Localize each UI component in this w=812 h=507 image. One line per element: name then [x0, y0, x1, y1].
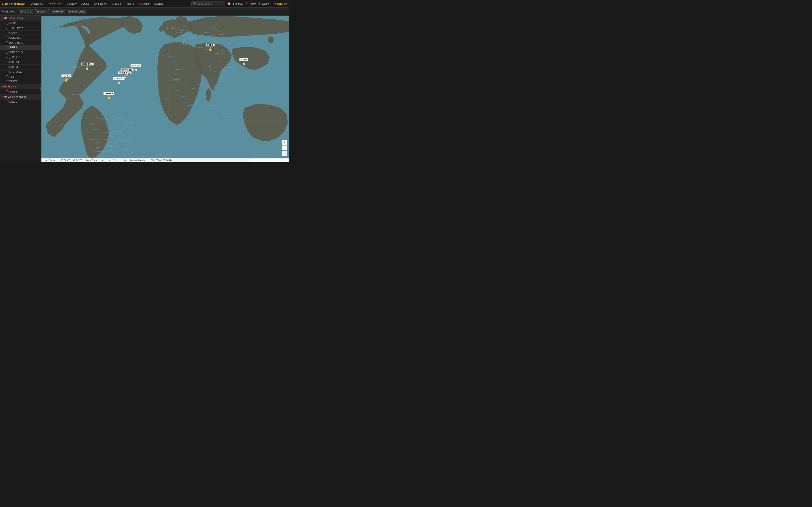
svg-text:Алжир: Алжир: [206, 60, 212, 62]
sidebar-item-site-d[interactable]: ▶ ▪ SITE D: [0, 55, 41, 60]
sidebar-item-site-colo[interactable]: ▪ SITE COLO: [0, 50, 41, 55]
svg-text:United States: United States: [69, 93, 82, 96]
sidebar-item-campus[interactable]: ▪ CAMPUS: [0, 31, 41, 36]
svg-text:Italia: Italia: [194, 41, 197, 43]
import-button[interactable]: ⬆ Import: [233, 2, 243, 5]
help-icon: ❓: [245, 2, 248, 5]
pin-label-site-dolo: SITE D,OLO: [118, 71, 132, 74]
nav-visualization[interactable]: Visualization: [46, 1, 64, 6]
uk-sites-list: ▪ SITE C: [0, 100, 41, 104]
svg-text:México: México: [90, 123, 96, 125]
zoom-in-button[interactable]: +: [282, 140, 287, 145]
nav-connectivity[interactable]: Connectivity: [91, 1, 109, 6]
world-button[interactable]: World: [35, 9, 49, 14]
pin-circle: [65, 79, 67, 81]
search-input[interactable]: [197, 2, 222, 5]
logo-reg1: ®: [12, 3, 13, 5]
sidebar-item-site-idf[interactable]: ▪ SITE IDF: [0, 60, 41, 65]
events-alert-icon: [139, 3, 141, 5]
sidebar-item-apac[interactable]: ▪ APAC: [0, 21, 41, 26]
map-zoom-value: 4: [102, 159, 104, 162]
pin-stem: [119, 80, 119, 82]
nav-reports[interactable]: Reports: [123, 1, 137, 6]
sidebar-item-site-a[interactable]: ▪ SITE A: [0, 45, 41, 50]
pin-campus[interactable]: CAMPUS: [103, 92, 114, 99]
svg-text:Accra: Accra: [187, 104, 192, 106]
nav-assets[interactable]: Assets: [79, 1, 91, 6]
sidebar-item-storage[interactable]: ▪ STORAGE: [0, 69, 41, 74]
sidebar-item-colo-dc[interactable]: ▪ COLO DC: [0, 36, 41, 40]
pin-stem: [136, 67, 136, 69]
hide-labels-button[interactable]: Hide Labels: [67, 9, 87, 14]
svg-text:Great Britain: Great Britain: [175, 32, 183, 34]
chevron-down-icon: ▾: [2, 96, 3, 98]
nav-events[interactable]: Events: [137, 1, 152, 6]
pin-label-site-b: SITE B: [239, 58, 248, 61]
calendar-button[interactable]: 📅: [227, 2, 231, 5]
sidebar: ◀ ▾ 🇺🇸 United States ▪ APAC ▶ ▪ BELTWAY: [0, 16, 42, 162]
logo-dc: dc: [13, 2, 16, 5]
pin-stem: [244, 61, 244, 63]
svg-text:Soudan: Soudan: [221, 77, 227, 79]
svg-text:Иран: Иран: [219, 60, 223, 62]
sub-toolbar: World Map ↺ ⎙ World Health Hide Labels: [0, 8, 289, 16]
sidebar-item-turkiye[interactable]: ▾ 🇹🇷 Türkiye: [0, 84, 41, 89]
sidebar-item-site-b[interactable]: ▪ SITE B: [0, 89, 41, 94]
svg-text:Москва: Москва: [211, 35, 216, 37]
sidebar-item-edcden01[interactable]: ▪ EDCDEN01: [0, 40, 41, 45]
site-icon: ▪: [6, 32, 8, 34]
sidebar-item-united-states[interactable]: ▾ 🇺🇸 United States: [0, 16, 41, 21]
site-icon: ▪: [6, 61, 8, 63]
svg-text:Tanzanie: Tanzanie: [222, 113, 229, 115]
print-button[interactable]: ⎙: [27, 9, 34, 14]
chevron-right-icon: ▶: [6, 56, 7, 58]
svg-text:Niger: Niger: [192, 88, 196, 89]
quick-search-box[interactable]: 🔍: [191, 1, 225, 6]
sidebar-item-test2[interactable]: ▪ TEST2: [0, 79, 41, 84]
help-button[interactable]: ❓ Help ▾: [245, 2, 256, 5]
pin-site-c[interactable]: SITE C: [206, 44, 215, 51]
logo-sunbird: Sunbird: [2, 2, 12, 5]
site-icon: ▪: [9, 56, 11, 59]
nav-settings[interactable]: Settings: [152, 1, 165, 6]
site-icon: ▪: [6, 46, 8, 49]
pin-site-b[interactable]: SITE B: [239, 58, 248, 65]
svg-text:Tchad: Tchad: [198, 83, 202, 85]
top-navigation: Sunbird ® dc Track ® Dashboard Visualiza…: [0, 0, 289, 8]
zoom-reset-button[interactable]: ⊡: [282, 151, 287, 156]
user-button[interactable]: 👤 sales ▾: [258, 2, 269, 5]
svg-text:Nicaragua: Nicaragua: [105, 144, 112, 146]
sidebar-item-site-c[interactable]: ▪ SITE C: [0, 100, 41, 104]
pin-test2s[interactable]: TEST2 S: [61, 74, 72, 81]
pin-stem: [210, 47, 211, 49]
pin-colo-dc[interactable]: COLO DC: [113, 77, 124, 84]
svg-text:Helsinki: Helsinki: [215, 31, 221, 32]
svg-text:Medellin: Medellin: [113, 153, 119, 155]
svg-text:España: España: [183, 43, 190, 45]
us-flag-icon: 🇺🇸: [4, 17, 7, 20]
sidebar-item-test[interactable]: ▪ TEST: [0, 74, 41, 79]
refresh-button[interactable]: ↺: [19, 9, 26, 14]
sidebar-item-united-kingdom[interactable]: ▾ 🇬🇧 United Kingdom: [0, 94, 41, 100]
site-icon: ▪: [6, 75, 8, 78]
sidebar-item-site-me[interactable]: ▪ SITE ME: [0, 65, 41, 69]
svg-text:Eire / Ireland: Eire / Ireland: [167, 27, 178, 29]
pin-label-edcden01: EDCDEN01: [81, 62, 94, 65]
svg-text:Polska: Polska: [204, 32, 210, 34]
world-map-container[interactable]: Canada United States México La Habana Ci…: [42, 16, 289, 162]
nav-change[interactable]: Change: [110, 1, 123, 6]
site-icon: ▪: [6, 41, 8, 44]
main-area: ◀ ▾ 🇺🇸 United States ▪ APAC ▶ ▪ BELTWAY: [0, 16, 289, 162]
svg-text:Kingston: Kingston: [113, 146, 119, 148]
pin-label-site-c: SITE C: [206, 44, 215, 47]
zoom-out-button[interactable]: −: [282, 145, 287, 151]
nav-dashboard[interactable]: Dashboard: [29, 1, 45, 6]
chevron-down-icon: ▾: [2, 86, 3, 88]
sidebar-item-beltway[interactable]: ▶ ▪ BELTWAY: [0, 26, 41, 31]
health-button[interactable]: Health: [51, 9, 65, 14]
turkiye-sites-list: ▪ SITE B: [0, 89, 41, 94]
pin-edcden01[interactable]: EDCDEN01: [81, 62, 94, 70]
svg-text:Sverige: Sverige: [211, 27, 216, 29]
nav-capacity[interactable]: Capacity: [64, 1, 79, 6]
user-icon: 👤: [258, 2, 261, 5]
